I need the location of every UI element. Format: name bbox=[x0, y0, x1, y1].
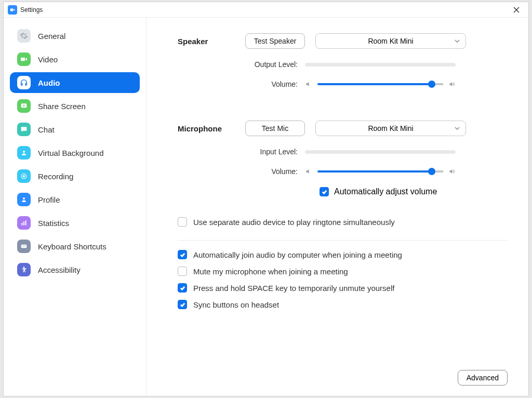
video-icon bbox=[17, 52, 31, 66]
headphones-icon bbox=[17, 76, 31, 89]
svg-rect-13 bbox=[22, 246, 23, 246]
sidebar-item-video[interactable]: Video bbox=[10, 49, 140, 70]
mic-volume-slider[interactable] bbox=[317, 170, 443, 173]
sidebar-label: General bbox=[38, 32, 65, 41]
sidebar-item-general[interactable]: General bbox=[10, 25, 140, 46]
divider bbox=[178, 240, 508, 241]
svg-point-16 bbox=[23, 267, 25, 268]
statistics-icon bbox=[17, 216, 31, 230]
space-unmute-label: Press and hold SPACE key to temporarily … bbox=[193, 284, 394, 293]
microphone-label: Microphone bbox=[178, 124, 245, 133]
window-title: Settings bbox=[20, 6, 43, 14]
mic-volume-label: Volume: bbox=[178, 167, 305, 176]
sidebar-label: Profile bbox=[38, 195, 60, 204]
accessibility-icon bbox=[17, 263, 31, 276]
speaker-volume-slider[interactable] bbox=[317, 83, 443, 85]
speaker-device-dropdown[interactable]: Room Kit Mini bbox=[315, 33, 466, 49]
content-area: Speaker Test Speaker Room Kit Mini Outpu… bbox=[147, 18, 528, 396]
output-level-meter bbox=[305, 63, 456, 67]
svg-rect-9 bbox=[21, 223, 22, 225]
person-icon bbox=[17, 146, 31, 160]
svg-rect-3 bbox=[21, 58, 25, 61]
sidebar-label: Virtual Background bbox=[38, 149, 103, 157]
sync-headset-label: Sync buttons on headset bbox=[193, 300, 279, 309]
speaker-high-icon bbox=[448, 168, 456, 175]
auto-adjust-label: Automatically adjust volume bbox=[334, 187, 437, 196]
auto-adjust-row: Automatically adjust volume bbox=[320, 187, 508, 196]
sidebar-item-chat[interactable]: Chat bbox=[10, 119, 140, 140]
mute-on-join-label: Mute my microphone when joining a meetin… bbox=[193, 267, 348, 276]
output-level-label: Output Level: bbox=[178, 60, 305, 69]
space-unmute-option: Press and hold SPACE key to temporarily … bbox=[178, 283, 508, 293]
titlebar: Settings bbox=[4, 2, 528, 18]
svg-rect-10 bbox=[23, 221, 24, 225]
sidebar-label: Accessibility bbox=[38, 266, 81, 274]
space-unmute-checkbox[interactable] bbox=[178, 283, 187, 293]
sidebar-item-recording[interactable]: Recording bbox=[10, 166, 140, 187]
sidebar-item-audio[interactable]: Audio bbox=[10, 72, 140, 93]
speaker-device-value: Room Kit Mini bbox=[368, 37, 413, 45]
mic-device-dropdown[interactable]: Room Kit Mini bbox=[315, 121, 466, 136]
speaker-label: Speaker bbox=[178, 37, 245, 46]
sync-headset-option: Sync buttons on headset bbox=[178, 300, 508, 309]
sidebar-label: Video bbox=[38, 55, 58, 64]
test-speaker-button[interactable]: Test Speaker bbox=[245, 33, 305, 49]
advanced-button[interactable]: Advanced bbox=[458, 370, 508, 386]
sidebar-label: Keyboard Shortcuts bbox=[38, 242, 107, 251]
speaker-low-icon bbox=[305, 168, 312, 175]
sidebar-item-keyboard-shortcuts[interactable]: Keyboard Shortcuts bbox=[10, 236, 140, 257]
sidebar-item-virtual-background[interactable]: Virtual Background bbox=[10, 142, 140, 163]
footer: Advanced bbox=[178, 360, 508, 386]
speaker-low-icon bbox=[305, 81, 312, 88]
auto-join-checkbox[interactable] bbox=[178, 250, 187, 259]
gear-icon bbox=[17, 29, 31, 43]
separate-device-checkbox[interactable] bbox=[178, 217, 187, 227]
auto-adjust-checkbox[interactable] bbox=[320, 187, 329, 196]
profile-icon bbox=[17, 193, 31, 206]
app-icon bbox=[8, 5, 17, 15]
speaker-volume-label: Volume: bbox=[178, 80, 305, 88]
sidebar-label: Chat bbox=[38, 125, 55, 134]
auto-join-label: Automatically join audio by computer whe… bbox=[193, 250, 402, 259]
svg-rect-14 bbox=[23, 246, 24, 246]
close-button[interactable] bbox=[509, 2, 524, 18]
settings-window: Settings General Video Audio Share Scree… bbox=[3, 2, 529, 396]
auto-join-option: Automatically join audio by computer whe… bbox=[178, 250, 508, 259]
separate-device-label: Use separate audio device to play ringto… bbox=[193, 218, 395, 227]
share-screen-icon bbox=[17, 99, 31, 113]
chat-icon bbox=[17, 123, 31, 136]
svg-point-8 bbox=[23, 197, 25, 200]
record-icon bbox=[17, 169, 31, 183]
sidebar-item-share-screen[interactable]: Share Screen bbox=[10, 96, 140, 116]
sidebar-label: Statistics bbox=[38, 219, 69, 228]
sidebar-item-statistics[interactable]: Statistics bbox=[10, 213, 140, 233]
mute-on-join-option: Mute my microphone when joining a meetin… bbox=[178, 267, 508, 276]
svg-rect-11 bbox=[25, 220, 26, 225]
svg-rect-0 bbox=[10, 8, 13, 11]
mute-on-join-checkbox[interactable] bbox=[178, 267, 187, 276]
speaker-section: Speaker Test Speaker Room Kit Mini Outpu… bbox=[178, 33, 508, 100]
chevron-down-icon bbox=[454, 125, 460, 131]
microphone-section: Microphone Test Mic Room Kit Mini Input … bbox=[178, 121, 508, 196]
test-mic-button[interactable]: Test Mic bbox=[245, 121, 305, 136]
sidebar: General Video Audio Share Screen Chat Vi… bbox=[4, 18, 147, 396]
sidebar-label: Share Screen bbox=[38, 102, 86, 111]
sidebar-item-profile[interactable]: Profile bbox=[10, 189, 140, 210]
svg-point-5 bbox=[23, 151, 25, 153]
sidebar-label: Audio bbox=[38, 78, 60, 87]
chevron-down-icon bbox=[454, 38, 460, 44]
speaker-high-icon bbox=[448, 81, 456, 88]
input-level-label: Input Level: bbox=[178, 148, 305, 156]
input-level-meter bbox=[305, 150, 456, 154]
mic-device-value: Room Kit Mini bbox=[368, 124, 413, 132]
svg-rect-15 bbox=[25, 246, 25, 246]
sidebar-label: Recording bbox=[38, 172, 73, 181]
sidebar-item-accessibility[interactable]: Accessibility bbox=[10, 259, 140, 280]
svg-point-7 bbox=[23, 175, 25, 177]
keyboard-icon bbox=[17, 240, 31, 253]
sync-headset-checkbox[interactable] bbox=[178, 300, 187, 309]
window-body: General Video Audio Share Screen Chat Vi… bbox=[4, 18, 528, 396]
separate-device-option: Use separate audio device to play ringto… bbox=[178, 217, 508, 227]
